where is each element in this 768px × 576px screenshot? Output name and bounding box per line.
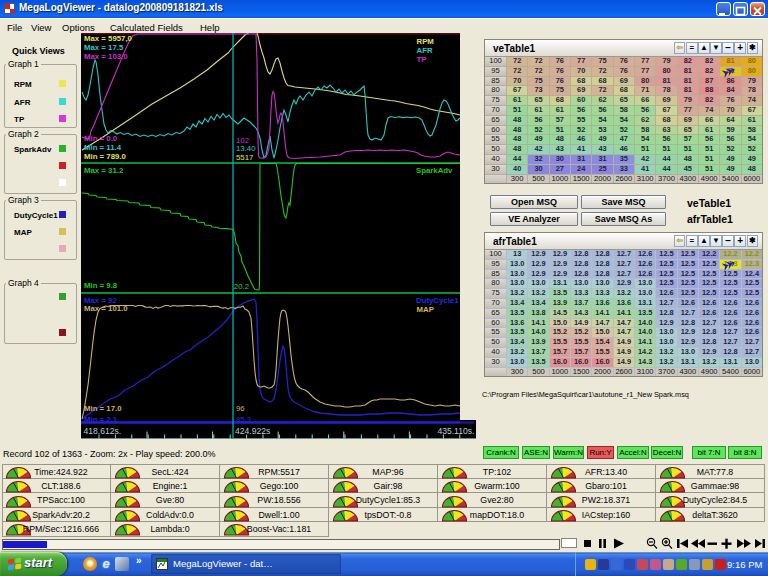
svg-text:Min = 789.0: Min = 789.0 (84, 152, 126, 161)
svg-text:20.2: 20.2 (234, 282, 249, 291)
svg-text:Max = 31.2: Max = 31.2 (84, 166, 124, 175)
svg-text:Min = 9.8: Min = 9.8 (84, 281, 118, 290)
svg-text:96: 96 (236, 404, 245, 413)
svg-text:Max = 5957,0: Max = 5957,0 (84, 34, 133, 43)
svg-text:TP: TP (417, 55, 427, 64)
svg-text:AFR: AFR (417, 46, 433, 55)
svg-text:Min = 0.0: Min = 0.0 (84, 134, 118, 143)
svg-text:Min = 17.0: Min = 17.0 (84, 404, 122, 413)
svg-text:Max = 103.0: Max = 103.0 (84, 52, 128, 61)
svg-text:Max = 101.0: Max = 101.0 (84, 304, 128, 313)
svg-text:SparkAdv: SparkAdv (416, 166, 453, 175)
svg-text:RPM: RPM (417, 37, 434, 46)
svg-text:Min = 11.4: Min = 11.4 (84, 143, 122, 152)
svg-text:418.612s.: 418.612s. (84, 426, 122, 436)
svg-text:DutyCycle1: DutyCycle1 (416, 296, 459, 305)
svg-text:424.922s: 424.922s (235, 426, 270, 436)
svg-text:435.110s.: 435.110s. (437, 426, 474, 436)
svg-text:MAP: MAP (417, 305, 434, 314)
svg-text:5517: 5517 (236, 153, 253, 162)
